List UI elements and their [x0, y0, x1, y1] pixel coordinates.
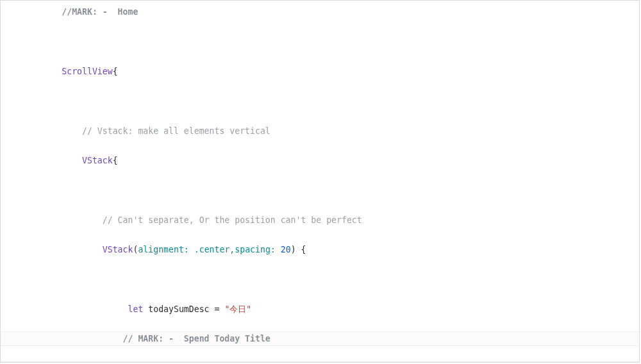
code-line: [1, 94, 639, 108]
code-line: [1, 34, 639, 49]
code-line: // Vstack: make all elements vertical: [1, 124, 639, 138]
var-todaysumdesc: todaySumDesc: [148, 304, 209, 314]
code-line: Text("Spend Today"): [1, 361, 639, 363]
code-block: //MARK: - Home ScrollView{ // Vstack: ma…: [1, 1, 639, 363]
code-line: ScrollView{: [1, 64, 639, 79]
mark-comment: // MARK: - Spend Today Title: [123, 334, 271, 343]
comment: // Vstack: make all elements vertical: [82, 126, 271, 136]
param-alignment: alignment:: [138, 245, 188, 254]
type-vstack: VStack: [103, 245, 133, 254]
code-line: [1, 272, 639, 287]
mark-comment: //MARK: - Home: [62, 7, 138, 17]
type-scrollview: ScrollView: [62, 67, 112, 76]
enum-center: .center: [194, 245, 230, 254]
code-line: // MARK: - Spend Today Title: [1, 331, 639, 346]
code-line: //MARK: - Home: [1, 4, 639, 19]
num-20: 20: [281, 245, 291, 254]
string-today: "今日": [224, 304, 251, 314]
code-line: let todaySumDesc = "今日": [1, 302, 639, 317]
param-spacing: ,spacing:: [229, 245, 275, 254]
kw-let: let: [128, 304, 144, 314]
comment: // Can't separate, Or the position can't…: [103, 215, 362, 225]
code-line: [1, 183, 639, 197]
code-line: VStack{: [1, 153, 639, 168]
code-line: // Can't separate, Or the position can't…: [1, 213, 639, 228]
code-line: VStack(alignment: .center,spacing: 20) {: [1, 242, 639, 257]
type-vstack: VStack: [82, 156, 113, 165]
code-editor[interactable]: //MARK: - Home ScrollView{ // Vstack: ma…: [0, 0, 640, 363]
